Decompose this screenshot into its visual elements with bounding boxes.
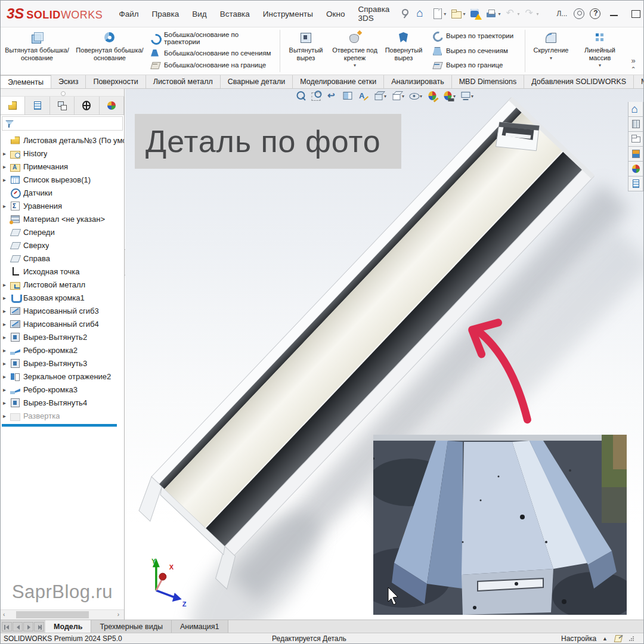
next-tab-icon[interactable] <box>23 622 33 631</box>
ribbon-button[interactable]: Бобышка/основание на границе <box>150 60 276 70</box>
tree-item[interactable]: Спереди <box>1 225 124 239</box>
expand-arrow-icon[interactable] <box>3 308 10 314</box>
scroll-right-icon[interactable]: › <box>117 611 119 618</box>
task-pane-button[interactable] <box>628 177 643 191</box>
ribbon-button[interactable]: Бобышка/основание по траектории <box>150 31 276 45</box>
tree-root-item[interactable]: Листовая деталь№3 (По умолча <box>1 134 124 147</box>
quick-access-button[interactable] <box>397 7 413 21</box>
scroll-left-icon[interactable]: ‹ <box>3 611 5 618</box>
expand-arrow-icon[interactable] <box>3 334 10 340</box>
ribbon-button[interactable]: Вытянутый вырез <box>281 27 330 75</box>
tree-item[interactable]: Вырез-Вытянуть4 <box>1 396 124 409</box>
menu-item[interactable]: Окно <box>320 1 351 27</box>
quick-access-button[interactable]: ▾ <box>522 7 540 21</box>
rollback-bar[interactable] <box>2 424 117 426</box>
tag-editor-icon[interactable] <box>614 634 623 643</box>
chevron-down-icon[interactable]: ▾ <box>354 63 356 68</box>
quick-access-button[interactable]: ▾ <box>503 7 521 21</box>
expand-arrow-icon[interactable] <box>3 400 10 406</box>
expand-arrow-icon[interactable] <box>3 321 10 327</box>
hud-button[interactable] <box>356 89 370 102</box>
horizontal-scrollbar[interactable]: ‹ › <box>1 609 124 620</box>
tree-item[interactable]: Примечания <box>1 160 124 173</box>
ribbon-button[interactable]: Скругление ▾ <box>527 27 575 75</box>
chevron-down-icon[interactable]: ▾ <box>550 55 552 61</box>
feature-manager-tab[interactable] <box>75 97 99 114</box>
feature-manager-tab[interactable] <box>1 97 25 114</box>
command-tab[interactable]: MBD Dimensions <box>452 75 525 88</box>
expand-arrow-icon[interactable] <box>3 163 10 170</box>
expand-arrow-icon[interactable] <box>3 386 10 393</box>
feature-manager-tab[interactable] <box>50 97 75 114</box>
command-tab[interactable]: Поверхности <box>86 75 145 88</box>
expand-arrow-icon[interactable] <box>3 177 10 183</box>
quick-access-button[interactable]: ▾ <box>484 7 502 21</box>
minimize-button[interactable] <box>609 8 620 19</box>
chevron-up-icon[interactable]: ▲ <box>602 636 608 642</box>
tree-item[interactable]: Нарисованный сгиб3 <box>1 304 124 317</box>
tree-item[interactable]: Вырез-Вытянуть3 <box>1 357 124 370</box>
ribbon-overflow-button[interactable]: » <box>631 56 635 65</box>
expand-arrow-icon[interactable] <box>3 360 10 367</box>
ribbon-button[interactable]: Вырез по траектории <box>432 31 521 41</box>
maximize-button[interactable] <box>630 8 641 19</box>
hud-button[interactable]: ▾ <box>389 89 405 102</box>
menu-item[interactable]: Вид <box>185 1 213 27</box>
feature-manager-tab[interactable] <box>100 97 124 114</box>
quick-access-button[interactable]: ▾ <box>429 7 448 21</box>
scrollbar-thumb[interactable] <box>16 611 89 618</box>
end-tab-with-slot[interactable] <box>496 122 540 151</box>
menu-item[interactable]: Инструменты <box>256 1 320 27</box>
expand-arrow-icon[interactable] <box>3 203 10 209</box>
expand-arrow-icon[interactable] <box>3 281 10 288</box>
task-pane-button[interactable] <box>628 117 643 132</box>
expand-arrow-icon[interactable] <box>3 373 10 380</box>
hud-button[interactable] <box>425 89 439 102</box>
tree-item[interactable]: Вырез-Вытянуть2 <box>1 330 124 343</box>
hud-button[interactable]: ▾ <box>407 89 423 102</box>
first-tab-icon[interactable] <box>2 622 12 631</box>
ribbon-button[interactable]: Линейный массив ▾ <box>575 27 624 75</box>
tree-item[interactable]: Ребро-кромка2 <box>1 343 124 357</box>
tree-item[interactable]: History <box>1 147 124 160</box>
tree-item[interactable]: Исходная точка <box>1 265 124 278</box>
tree-item[interactable]: Датчики <box>1 186 124 199</box>
quick-access-button[interactable]: Л... <box>541 7 571 21</box>
tree-item[interactable]: Сверху <box>1 239 124 252</box>
hud-button[interactable]: ▾ <box>459 89 475 102</box>
panel-collapse-handle[interactable] <box>1 89 124 97</box>
tree-item[interactable]: Справа <box>1 252 124 265</box>
command-tab[interactable]: Сварные детали <box>221 75 293 88</box>
chevron-down-icon[interactable]: ▾ <box>599 63 601 68</box>
document-tab[interactable]: Трехмерные виды <box>91 620 172 633</box>
command-tab[interactable]: Анализировать <box>384 75 452 88</box>
quick-access-button[interactable] <box>587 7 603 21</box>
hud-button[interactable]: ▾ <box>441 89 457 102</box>
tree-item[interactable]: Базовая кромка1 <box>1 291 124 304</box>
hud-button[interactable]: ▾ <box>371 89 388 102</box>
expand-arrow-icon[interactable] <box>3 347 10 354</box>
tree-item[interactable]: Листовой металл <box>1 278 124 291</box>
graphics-viewport[interactable]: Y X Z <box>125 89 643 620</box>
hud-button[interactable] <box>309 89 323 102</box>
chevron-down-icon[interactable]: ▾ <box>402 94 404 99</box>
feature-manager-tab[interactable] <box>25 97 49 114</box>
tree-item[interactable]: Уравнения <box>1 199 124 212</box>
ribbon-button[interactable]: Повернутая бобышка/основание <box>73 27 146 75</box>
hud-button[interactable] <box>294 89 308 102</box>
expand-arrow-icon[interactable] <box>3 413 10 419</box>
command-tab[interactable]: Листовой металл <box>146 75 221 88</box>
document-tab[interactable]: Анимация1 <box>172 620 228 633</box>
command-tab[interactable]: Добавления SOLIDWORKS <box>524 75 634 88</box>
hud-button[interactable] <box>340 89 354 102</box>
expand-arrow-icon[interactable] <box>3 295 10 301</box>
task-pane-button[interactable] <box>628 147 643 162</box>
command-tab[interactable]: Эскиз <box>51 75 86 88</box>
menu-item[interactable]: Справка 3DS <box>351 1 396 27</box>
expand-arrow-icon[interactable] <box>3 150 10 157</box>
document-tab[interactable]: Модель <box>45 620 91 633</box>
tree-item[interactable]: Материал <не указан> <box>1 212 124 225</box>
ribbon-button[interactable]: Отверстие под крепеж ▾ <box>330 27 379 75</box>
quick-access-button[interactable] <box>571 7 587 21</box>
tree-item[interactable]: Развертка <box>1 409 124 422</box>
